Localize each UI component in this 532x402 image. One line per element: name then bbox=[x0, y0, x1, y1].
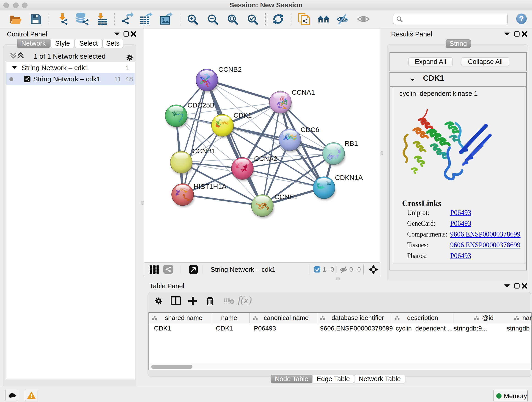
svg-text:CDKN1A: CDKN1A bbox=[335, 174, 363, 181]
svg-text:CCNB1: CCNB1 bbox=[192, 147, 215, 155]
svg-text:HIST1H1A: HIST1H1A bbox=[194, 183, 226, 190]
svg-text:CCNB2: CCNB2 bbox=[218, 65, 242, 73]
svg-text:CDC25B: CDC25B bbox=[187, 101, 215, 109]
svg-text:CCNA2: CCNA2 bbox=[254, 155, 278, 162]
svg-text:RB1: RB1 bbox=[345, 140, 358, 147]
svg-text:CDC6: CDC6 bbox=[301, 126, 319, 133]
svg-text:CDK1: CDK1 bbox=[234, 111, 252, 119]
svg-text:?: ? bbox=[519, 14, 524, 23]
svg-text:CCNA1: CCNA1 bbox=[292, 89, 315, 96]
svg-text:CCNE1: CCNE1 bbox=[274, 193, 298, 201]
